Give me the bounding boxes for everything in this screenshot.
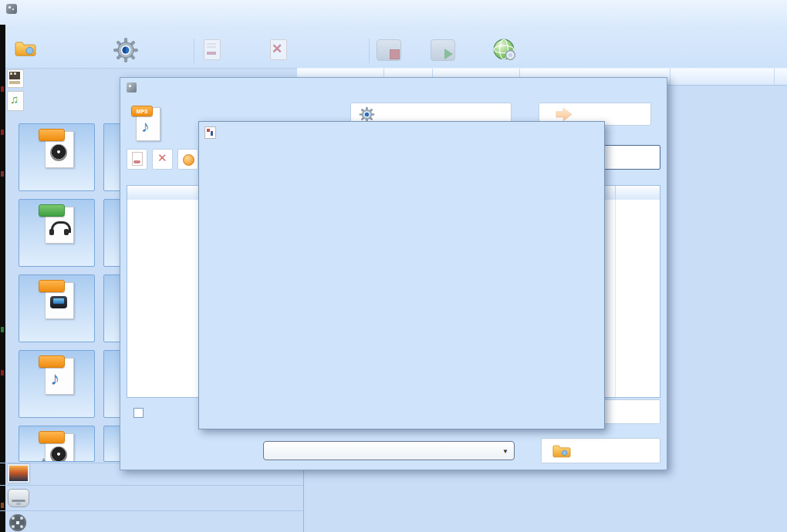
orange-dot-icon <box>183 154 194 166</box>
music-note-icon: ♪ <box>50 368 59 389</box>
change-folder-button[interactable] <box>541 438 660 463</box>
list-option-button[interactable] <box>177 149 198 170</box>
video-section-icon[interactable] <box>7 69 24 88</box>
start-icon <box>431 39 455 61</box>
clear-list-icon: ✕ <box>270 39 287 60</box>
film-reel-icon <box>9 514 26 531</box>
screen-edge-artifact <box>0 25 5 532</box>
delete-x-icon: ✕ <box>157 151 167 165</box>
tile-to-flac[interactable] <box>19 199 95 267</box>
globe-icon <box>492 38 517 66</box>
toolbar-separator <box>194 39 194 63</box>
ogg-tag <box>39 355 65 368</box>
mp3-dialog-icon <box>127 82 137 93</box>
remove-file-button[interactable] <box>127 149 147 170</box>
delete-icon <box>204 39 221 60</box>
speaker-icon <box>50 446 67 462</box>
settings-gear-icon <box>113 37 139 66</box>
tile-to-mp3-2[interactable] <box>19 426 95 462</box>
dest-folder-icon <box>15 39 36 61</box>
sound-dialog-icon <box>204 126 216 139</box>
mp3-file-icon: MP3 ♪ <box>136 107 160 141</box>
stop-icon <box>377 39 401 61</box>
tile-to-mp3[interactable] <box>19 123 95 191</box>
delete-item-button[interactable]: ✕ <box>152 149 173 170</box>
amr-tag <box>39 280 65 292</box>
mp3-tag <box>39 129 65 141</box>
left-panel-border <box>303 463 304 532</box>
speaker-icon <box>50 144 67 161</box>
tile-to-ogg[interactable]: ♪ <box>19 350 95 418</box>
mp3-tag <box>39 431 65 443</box>
dest-path-combobox[interactable]: ▼ <box>263 441 515 460</box>
append-checkbox[interactable] <box>133 408 144 418</box>
fla-tag <box>39 204 65 217</box>
dest-path-dropdown-icon[interactable]: ▼ <box>502 448 508 455</box>
phone-icon <box>50 296 67 308</box>
app-icon <box>6 4 17 14</box>
disc-drive-icon <box>8 489 29 507</box>
toolbar-separator2 <box>369 39 370 63</box>
audio-section-icon[interactable]: ♫ <box>7 91 24 111</box>
tile-to-amr[interactable] <box>19 274 95 342</box>
sound-settings-dialog <box>198 121 605 429</box>
remove-file-icon <box>132 152 143 166</box>
change-folder-icon <box>552 443 571 461</box>
app-window: ✕ ♫ <box>0 0 787 532</box>
photo-icon <box>8 464 29 483</box>
